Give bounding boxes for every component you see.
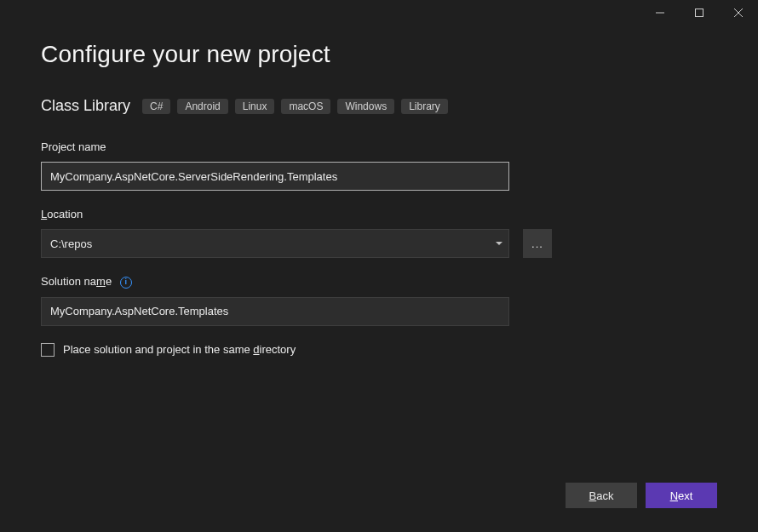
window-controls xyxy=(640,0,758,26)
same-directory-label: Place solution and project in the same d… xyxy=(63,343,296,356)
location-group: Location ... xyxy=(41,208,717,258)
next-button[interactable]: Next xyxy=(646,483,717,508)
solution-name-label: Solution name i xyxy=(41,275,717,289)
label-text: Location xyxy=(41,208,83,220)
solution-name-input[interactable] xyxy=(41,297,509,326)
browse-button[interactable]: ... xyxy=(523,229,552,258)
project-name-input[interactable] xyxy=(41,162,509,191)
back-button[interactable]: Back xyxy=(566,483,637,508)
minimize-button[interactable] xyxy=(640,0,680,26)
template-name: Class Library xyxy=(41,97,130,115)
dialog-content: Configure your new project Class Library… xyxy=(0,27,758,357)
tag: Android xyxy=(177,99,227,114)
titlebar xyxy=(0,0,758,27)
location-label: Location xyxy=(41,208,717,220)
tag: Windows xyxy=(337,99,394,114)
location-combobox[interactable] xyxy=(41,229,509,258)
tag: C# xyxy=(142,99,170,114)
dialog-footer: Back Next xyxy=(566,483,717,508)
close-button[interactable] xyxy=(719,0,758,26)
tag: Linux xyxy=(235,99,275,114)
template-header: Class Library C# Android Linux macOS Win… xyxy=(41,97,717,115)
location-row: ... xyxy=(41,229,717,258)
same-directory-checkbox[interactable] xyxy=(41,343,55,357)
info-icon[interactable]: i xyxy=(120,277,132,289)
label-text: Solution name xyxy=(41,275,112,288)
project-name-group: Project name xyxy=(41,140,717,191)
same-directory-row: Place solution and project in the same d… xyxy=(41,343,717,357)
template-tags: C# Android Linux macOS Windows Library xyxy=(142,99,448,114)
page-title: Configure your new project xyxy=(41,41,717,68)
svg-rect-1 xyxy=(696,9,703,17)
label-text: Project name xyxy=(41,140,106,153)
project-name-label: Project name xyxy=(41,140,717,153)
tag: macOS xyxy=(281,99,330,114)
solution-name-group: Solution name i xyxy=(41,275,717,326)
tag: Library xyxy=(401,99,448,114)
maximize-button[interactable] xyxy=(680,0,719,26)
location-input[interactable] xyxy=(41,229,509,258)
